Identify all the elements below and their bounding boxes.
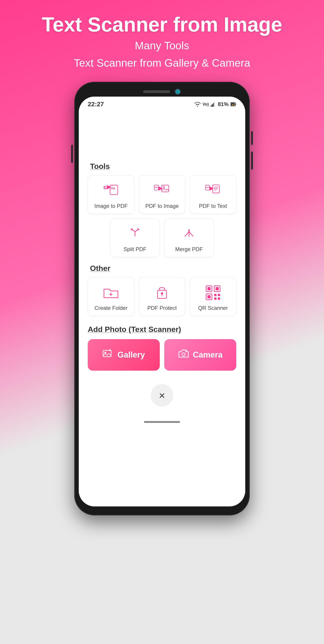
pdf-to-text-label: PDF to Text xyxy=(199,203,227,209)
power-button xyxy=(251,131,253,145)
pdf-to-text-icon: PDF xyxy=(204,182,222,200)
other-section-label: Other xyxy=(79,262,245,277)
phone-frame: 22:27 Vo) xyxy=(74,82,250,516)
svg-rect-40 xyxy=(218,298,220,300)
status-icons: Vo) 81% ⚡ xyxy=(194,101,236,108)
gallery-icon: + xyxy=(103,348,114,362)
front-camera xyxy=(175,88,181,95)
pdf-protect-icon xyxy=(153,284,171,302)
home-bar xyxy=(144,421,180,423)
tools-row-1: PDF Image to PDF xyxy=(88,175,236,214)
merge-pdf-label: Merge PDF xyxy=(175,246,203,252)
add-photo-section: Add Photo (Text Scanner) + xyxy=(79,323,245,378)
tools-section-label: Tools xyxy=(79,160,245,175)
svg-text:⚡: ⚡ xyxy=(232,103,234,106)
home-indicator xyxy=(79,418,245,426)
app-content: Tools xyxy=(79,110,245,493)
image-to-pdf-icon: PDF xyxy=(102,182,120,200)
split-pdf-label: Split PDF xyxy=(123,246,146,252)
status-time: 22:27 xyxy=(88,101,104,108)
pdf-protect-label: PDF Protect xyxy=(147,305,177,311)
qr-scanner-icon xyxy=(204,284,222,302)
volte-icon: Vo) xyxy=(203,102,209,107)
add-photo-label: Add Photo (Text Scanner) xyxy=(88,325,236,334)
scroll-spacer xyxy=(79,114,245,160)
phone-wrapper: 22:27 Vo) xyxy=(74,82,250,516)
tools-row-2: Split PDF xyxy=(88,218,236,257)
create-folder-icon xyxy=(102,284,120,302)
svg-marker-23 xyxy=(130,228,133,230)
svg-rect-5 xyxy=(235,104,236,105)
vol-down-button xyxy=(251,152,253,170)
camera-icon: + xyxy=(178,348,189,362)
battery-icon: ⚡ xyxy=(230,102,236,106)
photo-buttons: + Gallery + xyxy=(88,339,236,371)
svg-point-44 xyxy=(182,353,185,356)
speaker-bar xyxy=(143,90,170,93)
svg-rect-2 xyxy=(213,103,214,107)
svg-rect-19 xyxy=(213,185,219,193)
pdf-to-image-card[interactable]: PDF PDF to Image xyxy=(139,175,185,214)
pdf-to-image-icon: PDF xyxy=(153,182,171,200)
header: Text Scanner from Image Many Tools Text … xyxy=(28,0,296,80)
svg-rect-1 xyxy=(212,104,213,107)
image-to-pdf-card[interactable]: PDF Image to PDF xyxy=(88,175,134,214)
merge-pdf-icon xyxy=(180,225,198,243)
svg-rect-3 xyxy=(214,102,215,107)
svg-text:+: + xyxy=(109,348,111,352)
app-subtitle2: Text Scanner from Gallery & Camera xyxy=(42,56,282,70)
camera-btn-label: Camera xyxy=(193,350,223,360)
close-button-wrap: × xyxy=(79,378,245,418)
svg-text:PDF: PDF xyxy=(155,187,158,188)
svg-point-29 xyxy=(161,292,163,294)
volume-button xyxy=(71,145,73,163)
svg-rect-11 xyxy=(104,186,107,189)
close-button[interactable]: × xyxy=(151,384,173,407)
pdf-to-image-label: PDF to Image xyxy=(145,203,179,209)
qr-scanner-label: QR Scanner xyxy=(198,305,228,311)
svg-text:PDF: PDF xyxy=(206,187,209,188)
svg-marker-24 xyxy=(137,228,139,230)
svg-point-16 xyxy=(163,186,165,188)
svg-rect-34 xyxy=(216,287,219,290)
svg-rect-32 xyxy=(207,287,211,290)
create-folder-label: Create Folder xyxy=(94,305,128,311)
close-icon: × xyxy=(159,389,165,402)
split-pdf-card[interactable]: Split PDF xyxy=(110,218,160,257)
qr-scanner-card[interactable]: QR Scanner xyxy=(190,277,236,316)
camera-button[interactable]: + Camera xyxy=(164,339,236,371)
split-pdf-icon xyxy=(126,225,144,243)
gallery-button[interactable]: + Gallery xyxy=(88,339,160,371)
gallery-btn-label: Gallery xyxy=(117,350,145,360)
app-subtitle1: Many Tools xyxy=(42,38,282,53)
app-title: Text Scanner from Image xyxy=(42,14,282,36)
other-row: Create Folder xyxy=(88,277,236,316)
pdf-protect-card[interactable]: PDF Protect xyxy=(139,277,185,316)
svg-marker-25 xyxy=(188,228,190,231)
svg-rect-15 xyxy=(162,185,169,192)
wifi-icon xyxy=(194,102,201,107)
svg-rect-36 xyxy=(207,295,211,298)
battery-text: 81% xyxy=(218,101,229,108)
svg-rect-39 xyxy=(214,298,216,300)
other-grid: Create Folder xyxy=(79,277,245,316)
phone-screen: 22:27 Vo) xyxy=(79,96,245,506)
svg-rect-37 xyxy=(214,294,216,296)
phone-top-bar xyxy=(79,88,245,95)
svg-rect-0 xyxy=(211,106,212,107)
create-folder-card[interactable]: Create Folder xyxy=(88,277,134,316)
svg-rect-38 xyxy=(218,294,220,296)
status-bar: 22:27 Vo) xyxy=(79,96,245,110)
svg-text:+: + xyxy=(185,348,188,352)
tools-grid: PDF Image to PDF xyxy=(79,175,245,257)
pdf-to-text-card[interactable]: PDF PDF to Text xyxy=(190,175,236,214)
signal-icon xyxy=(211,102,216,107)
svg-text:PDF: PDF xyxy=(111,187,115,190)
image-to-pdf-label: Image to PDF xyxy=(94,203,128,209)
merge-pdf-card[interactable]: Merge PDF xyxy=(164,218,214,257)
